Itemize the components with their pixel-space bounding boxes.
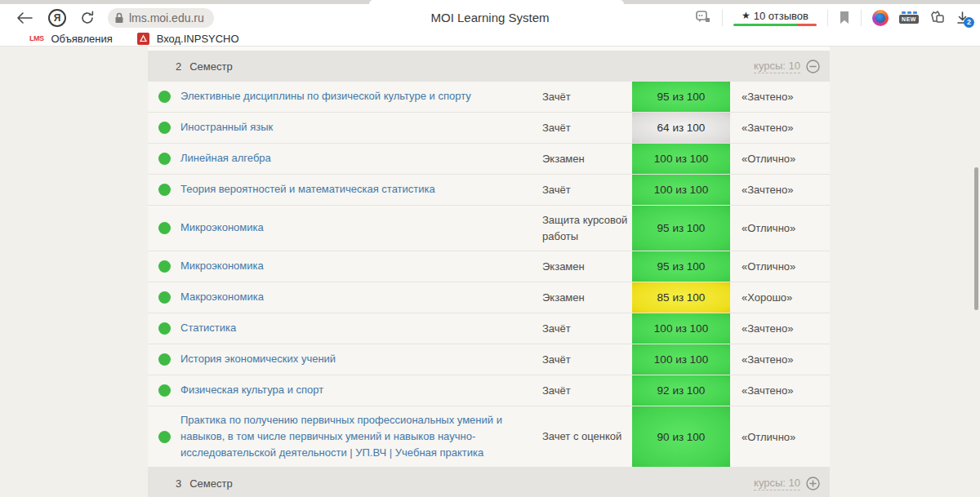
- extension-browser-icon[interactable]: [872, 10, 889, 26]
- course-row: Линейная алгебра Экзамен 100 из 100 «Отл…: [148, 144, 830, 175]
- status-dot-cell: [148, 291, 180, 304]
- status-dot-cell: [148, 353, 180, 366]
- grade-text: «Зачтено»: [730, 184, 830, 196]
- toolbar-divider: [827, 10, 828, 26]
- assessment-type: Защита курсовой работы: [542, 212, 632, 244]
- address-bar[interactable]: lms.moi.edu.ru: [108, 8, 214, 28]
- course-link[interactable]: Физическая культура и спорт: [180, 382, 542, 398]
- course-row: Теория вероятностей и математическая ста…: [148, 175, 830, 206]
- expand-section-icon[interactable]: [806, 477, 820, 490]
- bookmark-label: Вход.INPSYCHO: [157, 33, 239, 45]
- course-link[interactable]: История экономических учений: [180, 351, 542, 367]
- courses-count-link[interactable]: курсы: 10: [754, 477, 800, 490]
- assessment-type: Экзамен: [542, 290, 632, 306]
- bookmark-announcements[interactable]: LMS Объявления: [29, 33, 113, 45]
- course-link[interactable]: Статистика: [180, 320, 542, 336]
- back-button[interactable]: [16, 12, 33, 24]
- yandex-browser-icon[interactable]: Я: [48, 9, 66, 27]
- course-link[interactable]: Теория вероятностей и математическая ста…: [180, 181, 542, 197]
- bookmark-inpsycho[interactable]: Вход.INPSYCHO: [137, 33, 239, 45]
- bookmark-flag-icon[interactable]: [839, 11, 850, 24]
- status-dot-icon: [158, 322, 171, 335]
- course-link[interactable]: Элективные дисциплины по физической куль…: [180, 88, 542, 104]
- inpsycho-favicon: [137, 33, 149, 45]
- assessment-type: Экзамен: [542, 259, 632, 275]
- course-row: Статистика Зачёт 100 из 100 «Зачтено»: [148, 313, 830, 344]
- downloads-button[interactable]: 2: [956, 11, 969, 24]
- grade-text: «Хорошо»: [730, 291, 830, 304]
- assessment-type: Зачёт: [542, 89, 632, 105]
- score-badge: 100 из 100: [632, 144, 730, 174]
- grade-text: «Зачтено»: [730, 322, 830, 335]
- star-icon: ★: [742, 10, 751, 21]
- status-dot-icon: [158, 431, 171, 443]
- course-row: Микроэкономика Защита курсовой работы 95…: [148, 206, 830, 251]
- course-row: Физическая культура и спорт Зачёт 92 из …: [148, 375, 830, 406]
- bookmarks-bar: LMS Объявления Вход.INPSYCHO: [0, 31, 980, 47]
- grade-text: «Зачтено»: [730, 353, 830, 366]
- collapse-section-icon[interactable]: [806, 60, 820, 73]
- semester-2-header: 2 Семестр курсы: 10: [148, 51, 830, 82]
- course-row: Элективные дисциплины по физической куль…: [148, 82, 830, 113]
- refresh-button[interactable]: [80, 11, 95, 25]
- status-dot-icon: [158, 260, 171, 273]
- course-link[interactable]: Практика по получению первичных професси…: [180, 412, 542, 461]
- grade-text: «Отлично»: [730, 260, 830, 273]
- status-dot-icon: [158, 153, 171, 165]
- assessment-type: Зачёт: [542, 120, 632, 136]
- lock-icon: [114, 12, 124, 24]
- score-badge: 95 из 100: [632, 251, 730, 282]
- status-dot-icon: [158, 184, 171, 196]
- course-link[interactable]: Линейная алгебра: [180, 150, 542, 166]
- course-row: Микроэкономика Экзамен 95 из 100 «Отличн…: [148, 251, 830, 282]
- course-row: Макроэкономика Экзамен 85 из 100 «Хорошо…: [148, 282, 830, 313]
- grade-text: «Отлично»: [730, 222, 830, 234]
- course-link[interactable]: Микроэкономика: [180, 258, 542, 274]
- grade-text: «Отлично»: [730, 153, 830, 165]
- assessment-type: Зачёт: [542, 182, 632, 198]
- status-dot-icon: [158, 122, 171, 134]
- download-count-badge: 2: [964, 17, 974, 28]
- grade-text: «Зачтено»: [730, 384, 830, 397]
- status-dot-cell: [148, 184, 180, 196]
- course-link[interactable]: Макроэкономика: [180, 289, 542, 305]
- status-dot-cell: [148, 222, 180, 234]
- status-dot-icon: [158, 384, 171, 397]
- status-dot-icon: [158, 222, 171, 234]
- collections-icon[interactable]: [929, 11, 946, 24]
- status-dot-cell: [148, 260, 180, 273]
- new-extension-icon[interactable]: NEW: [899, 11, 919, 24]
- score-badge: 100 из 100: [632, 175, 730, 205]
- status-dot-cell: [148, 431, 180, 443]
- status-dot-cell: [148, 122, 180, 134]
- score-badge: 85 из 100: [632, 282, 730, 313]
- courses-count-link[interactable]: курсы: 10: [754, 60, 800, 73]
- new-badge: NEW: [899, 15, 919, 24]
- semester-label: Семестр: [189, 60, 232, 73]
- course-row: Практика по получению первичных професси…: [148, 406, 830, 468]
- grades-panel: 2 Семестр курсы: 10 Элективные дисциплин…: [148, 47, 830, 497]
- bookmark-label: Объявления: [51, 33, 113, 45]
- score-badge: 95 из 100: [632, 82, 730, 112]
- course-link[interactable]: Иностранный язык: [180, 119, 542, 135]
- assessment-type: Зачет с оценкой: [542, 428, 632, 445]
- score-badge: 100 из 100: [632, 344, 730, 375]
- course-row: История экономических учений Зачёт 100 и…: [148, 344, 830, 375]
- browser-toolbar: Я lms.moi.edu.ru MOI Learning System ★ 1…: [0, 4, 980, 31]
- scrollbar-thumb[interactable]: [974, 167, 978, 310]
- grade-text: «Зачтено»: [730, 122, 830, 134]
- status-dot-icon: [158, 291, 171, 304]
- protect-chat-icon[interactable]: [696, 11, 711, 24]
- semester-number: 3: [176, 477, 181, 490]
- status-dot-cell: [148, 153, 180, 165]
- reviews-rating[interactable]: ★ 10 отзывов: [733, 10, 817, 26]
- assessment-type: Экзамен: [542, 151, 632, 167]
- course-link[interactable]: Микроэкономика: [180, 220, 542, 236]
- course-row: Иностранный язык Зачёт 64 из 100 «Зачтен…: [148, 113, 830, 144]
- reviews-count: 10 отзывов: [754, 10, 808, 22]
- assessment-type: Зачёт: [542, 352, 632, 368]
- score-badge: 95 из 100: [632, 206, 730, 251]
- score-badge: 100 из 100: [632, 313, 730, 344]
- score-badge: 92 из 100: [632, 375, 730, 406]
- semester-label: Семестр: [189, 477, 232, 490]
